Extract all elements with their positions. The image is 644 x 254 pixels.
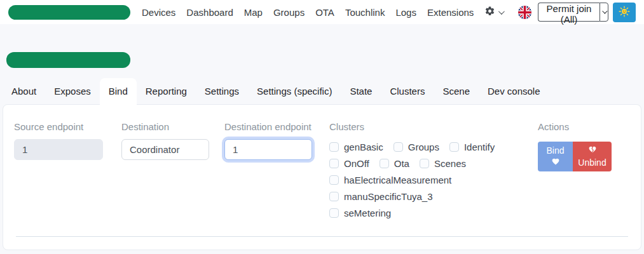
permit-join-split-button: Permit join (All)	[538, 3, 608, 22]
cluster-checkbox-ota[interactable]	[380, 159, 389, 168]
destination-input[interactable]	[121, 139, 209, 160]
nav-item-devices[interactable]: Devices	[142, 7, 175, 18]
destination-endpoint-input[interactable]	[224, 139, 312, 160]
tab-state[interactable]: State	[341, 78, 381, 104]
tab-reporting[interactable]: Reporting	[137, 78, 196, 104]
clusters-checkbox-group: genBasicGroupsIdentifyOnOffOtaSceneshaEl…	[329, 141, 528, 219]
cluster-option-scenes: Scenes	[420, 157, 466, 170]
unbind-button-label: Unbind	[578, 157, 606, 168]
nav-item-groups[interactable]: Groups	[273, 7, 305, 18]
cluster-checkbox-genbasic[interactable]	[329, 142, 339, 152]
nav-item-extensions[interactable]: Extensions	[427, 7, 474, 18]
cluster-label: OnOff	[344, 158, 369, 169]
unbind-button[interactable]: Unbind	[573, 142, 612, 171]
cluster-label: Scenes	[434, 158, 466, 169]
bind-row: Source endpoint Destination Destination …	[3, 105, 641, 224]
source-endpoint-input	[14, 139, 103, 160]
tab-settings[interactable]: Settings	[196, 78, 248, 104]
cluster-row: haElectricalMeasurement	[329, 174, 528, 186]
destination-label: Destination	[121, 121, 209, 133]
cluster-checkbox-onoff[interactable]	[329, 159, 339, 168]
bind-panel: Source endpoint Destination Destination …	[3, 104, 641, 250]
cluster-option-onoff: OnOff	[329, 157, 369, 170]
tab-bind[interactable]: Bind	[100, 78, 137, 105]
tab-dev-console[interactable]: Dev console	[479, 78, 549, 104]
nav-item-map[interactable]: Map	[244, 7, 263, 18]
clusters-field: Clusters genBasicGroupsIdentifyOnOffOtaS…	[329, 121, 528, 224]
cluster-checkbox-scenes[interactable]	[420, 159, 429, 168]
cluster-option-semetering: seMetering	[329, 207, 391, 219]
nav-item-ota[interactable]: OTA	[315, 7, 334, 18]
chevron-down-icon	[602, 8, 607, 13]
sun-icon	[619, 6, 630, 19]
cluster-label: seMetering	[344, 208, 391, 218]
permit-join-button[interactable]: Permit join (All)	[538, 3, 599, 22]
cluster-row: seMetering	[329, 207, 528, 219]
source-endpoint-field: Source endpoint	[14, 121, 103, 224]
actions-label: Actions	[538, 121, 620, 133]
cluster-label: manuSpecificTuya_3	[344, 191, 433, 202]
destination-endpoint-label: Destination endpoint	[224, 121, 312, 133]
settings-dropdown-toggle[interactable]	[484, 6, 503, 19]
bind-unbind-button-group: Bind Unbind	[538, 142, 620, 171]
row-divider	[16, 236, 628, 237]
broken-heart-icon	[588, 145, 597, 156]
bind-button-label: Bind	[546, 145, 564, 156]
cluster-label: Identify	[464, 142, 495, 152]
bind-button[interactable]: Bind	[538, 142, 573, 171]
cluster-option-groups: Groups	[394, 141, 439, 153]
device-name-redacted	[6, 52, 130, 68]
nav-item-logs[interactable]: Logs	[395, 7, 416, 18]
cluster-option-identify: Identify	[449, 141, 495, 153]
cluster-option-genbasic: genBasic	[329, 141, 383, 153]
clusters-label: Clusters	[329, 121, 528, 133]
tab-clusters[interactable]: Clusters	[381, 78, 434, 104]
cluster-checkbox-haelectricalmeasurement[interactable]	[329, 175, 339, 185]
heart-icon	[551, 157, 560, 168]
actions-field: Actions Bind	[538, 121, 620, 224]
cluster-option-ota: Ota	[380, 157, 409, 170]
tab-exposes[interactable]: Exposes	[45, 78, 100, 104]
cluster-option-manuspecifictuya-3: manuSpecificTuya_3	[329, 190, 433, 203]
source-endpoint-label: Source endpoint	[14, 121, 103, 133]
nav-menu: DevicesDashboardMapGroupsOTATouchlinkLog…	[142, 7, 474, 18]
uk-flag-icon	[518, 10, 531, 21]
nav-item-touchlink[interactable]: Touchlink	[345, 7, 385, 18]
cluster-label: genBasic	[344, 142, 383, 152]
language-selector[interactable]	[518, 6, 531, 19]
destination-endpoint-field: Destination endpoint	[224, 121, 312, 224]
chevron-down-icon	[498, 8, 505, 15]
gear-icon	[484, 6, 495, 19]
cluster-row: OnOffOtaScenes	[329, 157, 528, 170]
cluster-label: haElectricalMeasurement	[344, 175, 451, 185]
tab-about[interactable]: About	[3, 78, 45, 104]
logo-redacted[interactable]	[8, 5, 130, 20]
cluster-checkbox-semetering[interactable]	[329, 208, 339, 218]
tab-scene[interactable]: Scene	[434, 78, 479, 104]
cluster-row: genBasicGroupsIdentify	[329, 141, 528, 153]
tab-settings-specific[interactable]: Settings (specific)	[248, 78, 341, 104]
cluster-row: manuSpecificTuya_3	[329, 190, 528, 203]
cluster-option-haelectricalmeasurement: haElectricalMeasurement	[329, 174, 451, 186]
permit-join-caret-button[interactable]	[599, 3, 609, 22]
cluster-label: Ota	[394, 158, 409, 169]
theme-toggle-button[interactable]	[613, 3, 636, 22]
destination-field: Destination	[121, 121, 209, 224]
device-tabs: AboutExposesBindReportingSettingsSetting…	[3, 78, 641, 104]
cluster-label: Groups	[408, 142, 439, 152]
cluster-checkbox-groups[interactable]	[394, 142, 403, 152]
cluster-checkbox-identify[interactable]	[449, 142, 459, 152]
cluster-checkbox-manuspecifictuya-3[interactable]	[329, 192, 339, 201]
nav-item-dashboard[interactable]: Dashboard	[186, 7, 233, 18]
navbar: DevicesDashboardMapGroupsOTATouchlinkLog…	[0, 0, 644, 24]
